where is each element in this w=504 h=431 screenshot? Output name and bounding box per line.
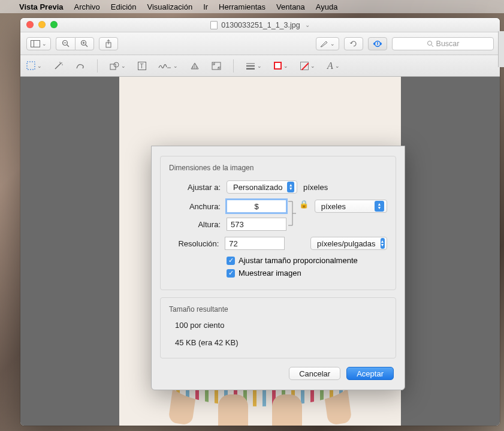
svg-line-15 — [431, 45, 433, 47]
svg-rect-16 — [27, 62, 35, 70]
svg-point-20 — [59, 62, 61, 63]
wand-icon — [54, 62, 64, 70]
line-weight-icon — [246, 62, 255, 70]
size-line: 45 KB (era 42 KB) — [175, 338, 387, 347]
text-tool-button[interactable]: T — [138, 62, 146, 70]
zoom-out-button[interactable] — [56, 37, 75, 50]
zoom-in-button[interactable] — [75, 37, 94, 50]
resize-icon — [212, 62, 221, 70]
fit-select[interactable]: Personalizado ▲▼ — [227, 180, 297, 194]
resolution-input[interactable] — [225, 237, 285, 250]
cancel-button[interactable]: Cancelar — [289, 367, 340, 380]
main-toolbar: ⌄ ⌄ Buscar — [20, 32, 500, 55]
highlight-icon — [320, 40, 328, 47]
window-title[interactable]: 0130033251_1_1_3.jpg ⌄ — [210, 21, 309, 29]
separator — [233, 59, 234, 73]
search-icon — [427, 40, 434, 47]
photo-leg — [218, 394, 248, 426]
menu-ayuda[interactable]: Ayuda — [316, 2, 338, 11]
result-title: Tamaño resultante — [169, 305, 387, 314]
height-input[interactable] — [227, 218, 286, 231]
menu-archivo[interactable]: Archivo — [74, 2, 99, 11]
minimize-button[interactable] — [38, 21, 46, 28]
preview-window: 0130033251_1_1_3.jpg ⌄ ⌄ ⌄ — [20, 18, 500, 426]
width-label: Anchura: — [169, 202, 221, 211]
lock-icon[interactable]: 🔒 — [299, 200, 309, 209]
svg-line-3 — [67, 44, 69, 47]
fit-value: Personalizado — [233, 183, 282, 192]
svg-rect-0 — [31, 40, 40, 47]
adjust-size-button[interactable] — [212, 62, 221, 70]
svg-point-18 — [61, 62, 62, 64]
percent-line: 100 por ciento — [175, 321, 387, 330]
separator — [97, 59, 98, 73]
maximize-button[interactable] — [50, 21, 58, 28]
font-style-button[interactable]: A ⌄ — [327, 61, 340, 71]
levels-icon — [190, 62, 200, 70]
resample-label: Muestrear imagen — [239, 269, 301, 278]
svg-marker-11 — [321, 41, 327, 47]
sketch-button[interactable] — [76, 62, 85, 70]
menu-edicion[interactable]: Edición — [111, 2, 137, 11]
scale-proportional-checkbox[interactable]: ✓ Ajustar tamaño proporcionalmente — [227, 256, 387, 265]
search-placeholder: Buscar — [436, 40, 460, 48]
wh-unit-select[interactable]: píxeles ▲▼ — [315, 200, 387, 213]
zoom-in-icon — [80, 40, 89, 48]
close-button[interactable] — [26, 21, 34, 28]
sign-button[interactable]: ⌄ — [158, 62, 178, 70]
fit-label: Ajustar a: — [169, 183, 221, 192]
border-color-button[interactable]: ⌄ — [274, 62, 288, 70]
checkbox-checked-icon: ✓ — [227, 257, 235, 265]
resample-checkbox[interactable]: ✓ Muestrear imagen — [227, 269, 387, 278]
width-input[interactable] — [227, 200, 286, 213]
resize-dialog: Dimensiones de la imagen Ajustar a: Pers… — [151, 146, 405, 390]
menu-herramientas[interactable]: Herramientas — [219, 2, 265, 11]
line-style-button[interactable]: ⌄ — [246, 62, 262, 70]
search-field[interactable]: Buscar — [392, 37, 494, 50]
svg-point-19 — [62, 64, 63, 65]
res-unit-select[interactable]: píxeles/pulgadas ▲▼ — [310, 237, 387, 250]
svg-line-6 — [86, 44, 88, 47]
svg-point-22 — [114, 62, 119, 67]
scale-label: Ajustar tamaño proporcionalmente — [239, 256, 358, 265]
markup-icon — [373, 40, 382, 47]
checkbox-checked-icon: ✓ — [227, 269, 235, 278]
svg-line-17 — [55, 63, 61, 69]
wh-unit-value: píxeles — [321, 202, 346, 211]
rotate-icon — [349, 40, 358, 48]
accept-button[interactable]: Aceptar — [346, 367, 394, 380]
photo-leg — [272, 394, 302, 426]
menu-ventana[interactable]: Ventana — [276, 2, 305, 11]
shapes-button[interactable]: ⌄ — [110, 62, 126, 70]
markup-toggle-button[interactable] — [368, 37, 387, 50]
border-color-swatch — [274, 62, 282, 70]
share-button[interactable] — [99, 37, 118, 50]
text-icon: T — [138, 62, 146, 70]
lasso-icon — [76, 62, 85, 70]
highlight-button[interactable]: ⌄ — [316, 37, 339, 50]
share-icon — [105, 40, 112, 48]
link-bracket — [286, 200, 298, 227]
fill-color-button[interactable]: ⌄ — [300, 62, 315, 70]
chevron-down-icon: ⌄ — [305, 22, 310, 28]
sidebar-toggle-button[interactable]: ⌄ — [26, 37, 51, 50]
dimensions-title: Dimensiones de la imagen — [169, 164, 387, 172]
image-canvas: Dimensiones de la imagen Ajustar a: Pers… — [20, 77, 500, 426]
dimensions-panel: Dimensiones de la imagen Ajustar a: Pers… — [160, 156, 396, 290]
res-unit-value: píxeles/pulgadas — [317, 239, 376, 248]
app-menu[interactable]: Vista Previa — [19, 2, 63, 11]
select-stepper-icon: ▲▼ — [375, 201, 384, 212]
titlebar: 0130033251_1_1_3.jpg ⌄ — [20, 18, 500, 32]
select-stepper-icon: ▲▼ — [287, 182, 294, 192]
fit-unit: píxeles — [303, 183, 328, 192]
rotate-button[interactable] — [344, 37, 363, 50]
resolution-label: Resolución: — [169, 239, 219, 248]
result-panel: Tamaño resultante 100 por ciento 45 KB (… — [160, 297, 396, 358]
selection-tool-button[interactable]: ⌄ — [26, 61, 42, 70]
font-icon: A — [327, 61, 333, 71]
adjust-color-button[interactable] — [190, 62, 200, 70]
shapes-icon — [110, 62, 119, 70]
menu-ir[interactable]: Ir — [203, 2, 208, 11]
instant-alpha-button[interactable] — [54, 62, 64, 70]
menu-visualizacion[interactable]: Visualización — [147, 2, 192, 11]
